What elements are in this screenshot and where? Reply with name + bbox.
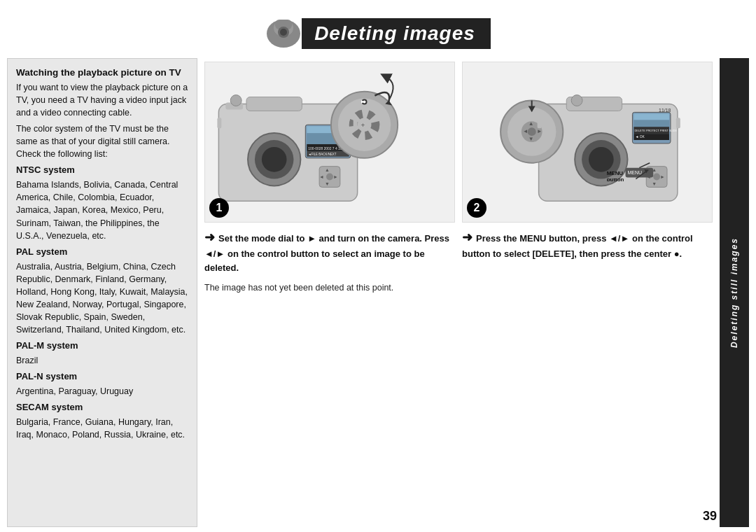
right-sidebar: Deleting still images	[720, 58, 749, 527]
svg-rect-17	[246, 97, 302, 111]
step-2-number: 2	[467, 198, 486, 218]
instruction-1: ➜ Set the mode dial to ► and turn on the…	[204, 228, 455, 274]
page-number: 39	[703, 509, 717, 524]
secam-content: Bulgaria, France, Guiana, Hungary, Iran,…	[16, 416, 188, 441]
svg-point-8	[262, 147, 287, 172]
diagrams-row: 100-0028 2002 7 4 10:30PM ◄FILE BACK/NEX…	[204, 62, 713, 223]
ntsc-title: NTSC system	[16, 164, 188, 177]
svg-text:+: +	[361, 121, 365, 129]
svg-point-33	[230, 95, 241, 106]
sidebar-palm: PAL-M system Brazil	[16, 340, 188, 367]
sidebar-paln: PAL-N system Argentina, Paraguay, Urugua…	[16, 370, 188, 398]
svg-text:▶: ▶	[361, 99, 365, 104]
sidebar-main-title: Watching the playback picture on TV	[16, 66, 188, 80]
palm-content: Brazil	[16, 354, 188, 367]
camera-diagram-2: DELETE PROTECT PRINT SLIDE ◄ OK 11/18 ▲ …	[463, 62, 712, 222]
svg-text:►: ►	[537, 128, 542, 134]
svg-text:▼: ▼	[652, 181, 657, 186]
svg-point-40	[589, 147, 614, 172]
svg-point-64	[571, 95, 582, 106]
svg-text:button: button	[607, 177, 624, 183]
svg-text:DELETE PROTECT PRINT SLIDE: DELETE PROTECT PRINT SLIDE	[634, 129, 677, 132]
svg-rect-43	[634, 113, 669, 120]
svg-text:◄: ◄	[523, 128, 528, 134]
svg-text:▲: ▲	[528, 120, 534, 127]
svg-point-63	[653, 174, 660, 181]
paln-content: Argentina, Paraguay, Uruguay	[16, 385, 188, 398]
page-title: Deleting images	[302, 18, 491, 49]
svg-text:►: ►	[660, 174, 665, 179]
svg-text:11/18: 11/18	[659, 108, 671, 113]
paln-title: PAL-N system	[16, 370, 188, 384]
palm-title: PAL-M system	[16, 340, 188, 353]
svg-point-31	[326, 174, 333, 181]
svg-text:▼: ▼	[528, 136, 534, 142]
arrow-2: ➜	[462, 230, 476, 244]
page-title-area: Deleting images	[0, 0, 756, 58]
camera-icon	[265, 13, 302, 49]
pal-title: PAL system	[16, 246, 188, 259]
main-content: Watching the playback picture on TV If y…	[0, 58, 756, 527]
left-sidebar: Watching the playback picture on TV If y…	[7, 58, 197, 527]
ntsc-content: Bahama Islands, Bolivia, Canada, Central…	[16, 178, 188, 242]
camera-diagram-1: 100-0028 2002 7 4 10:30PM ◄FILE BACK/NEX…	[205, 62, 454, 222]
svg-text:MENU: MENU	[607, 170, 624, 176]
right-sidebar-text: Deleting still images	[729, 237, 739, 348]
diagram-1: 100-0028 2002 7 4 10:30PM ◄FILE BACK/NEX…	[204, 62, 455, 223]
arrow-1: ➜	[204, 230, 218, 244]
instruction-1-text: Set the mode dial to ► and turn on the c…	[204, 233, 449, 273]
svg-text:►: ►	[333, 174, 338, 179]
pal-content: Australia, Austria, Belgium, China, Czec…	[16, 260, 188, 337]
instruction-2: ➜ Press the MENU button, press ◄/► on th…	[462, 228, 713, 274]
svg-rect-65	[538, 118, 542, 128]
diagram-2: DELETE PROTECT PRINT SLIDE ◄ OK 11/18 ▲ …	[462, 62, 713, 223]
sidebar-pal: PAL system Australia, Austria, Belgium, …	[16, 246, 188, 337]
svg-rect-66	[676, 118, 680, 128]
svg-point-57	[528, 127, 536, 136]
svg-text:◄FILE BACK/NEXT: ◄FILE BACK/NEXT	[308, 153, 337, 156]
svg-text:MENU: MENU	[627, 170, 641, 175]
svg-point-4	[280, 29, 287, 36]
sidebar-ntsc: NTSC system Bahama Islands, Bolivia, Can…	[16, 164, 188, 241]
sidebar-intro: If you want to view the playback picture…	[16, 81, 188, 119]
note-text: The image has not yet been deleted at th…	[204, 283, 713, 293]
instruction-2-text: Press the MENU button, press ◄/► on the …	[462, 233, 693, 259]
svg-text:▼: ▼	[325, 181, 330, 186]
step-1-number: 1	[209, 198, 229, 218]
sidebar-color-note: The color system of the TV must be the s…	[16, 122, 188, 160]
instructions-row: ➜ Set the mode dial to ► and turn on the…	[204, 228, 713, 274]
center-content: 100-0028 2002 7 4 10:30PM ◄FILE BACK/NEX…	[197, 58, 720, 527]
svg-text:◄ OK: ◄ OK	[635, 135, 645, 139]
svg-rect-35	[354, 118, 358, 128]
svg-text:▲: ▲	[325, 167, 330, 172]
secam-title: SECAM system	[16, 401, 188, 414]
sidebar-secam: SECAM system Bulgaria, France, Guiana, H…	[16, 401, 188, 441]
svg-rect-34	[217, 118, 221, 128]
svg-text:◄: ◄	[319, 174, 324, 179]
